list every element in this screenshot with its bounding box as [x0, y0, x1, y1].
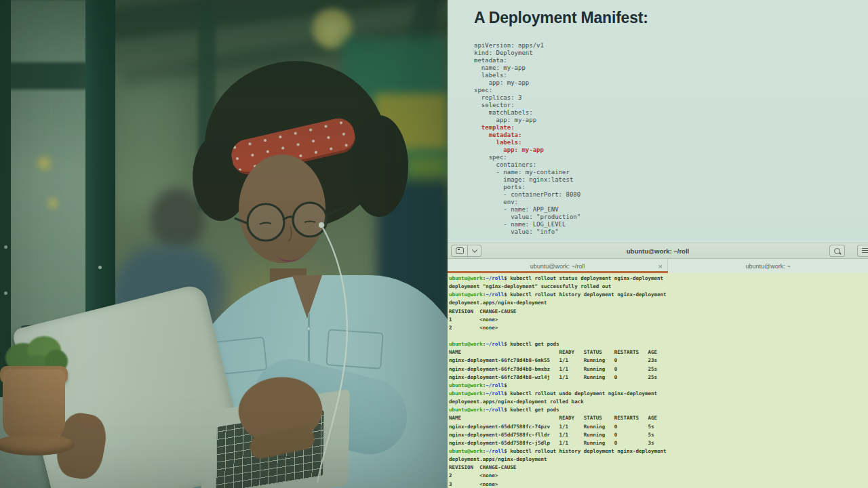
- tab-label: ubuntu@work: ~/roll: [530, 263, 585, 270]
- cafe-photo: [0, 0, 448, 488]
- menu-button[interactable]: [857, 245, 868, 257]
- menu-icon: [862, 248, 868, 253]
- tab-home[interactable]: ubuntu@work: ~: [668, 259, 868, 273]
- page-title: A Deployment Manifest:: [474, 8, 868, 27]
- tab-label: ubuntu@work: ~: [746, 263, 791, 270]
- search-button[interactable]: [829, 245, 845, 257]
- course-slide: A Deployment Manifest: apiVersion: apps/…: [0, 0, 868, 488]
- search-icon: [834, 248, 840, 254]
- manifest-panel: A Deployment Manifest: apiVersion: apps/…: [448, 0, 868, 243]
- vignette-overlay: [0, 0, 448, 488]
- right-panel: A Deployment Manifest: apiVersion: apps/…: [448, 0, 868, 488]
- terminal-tabbar: ubuntu@work: ~/roll × ubuntu@work: ~: [448, 259, 868, 273]
- terminal-titlebar: ubuntu@work: ~/roll: [448, 243, 868, 259]
- window-title: ubuntu@work: ~/roll: [448, 247, 868, 255]
- terminal-viewport[interactable]: ubuntu@work:~/roll$ kubectl rollout stat…: [448, 273, 868, 488]
- close-icon[interactable]: ×: [658, 262, 663, 269]
- yaml-code: apiVersion: apps/v1kind: Deploymentmetad…: [474, 42, 868, 236]
